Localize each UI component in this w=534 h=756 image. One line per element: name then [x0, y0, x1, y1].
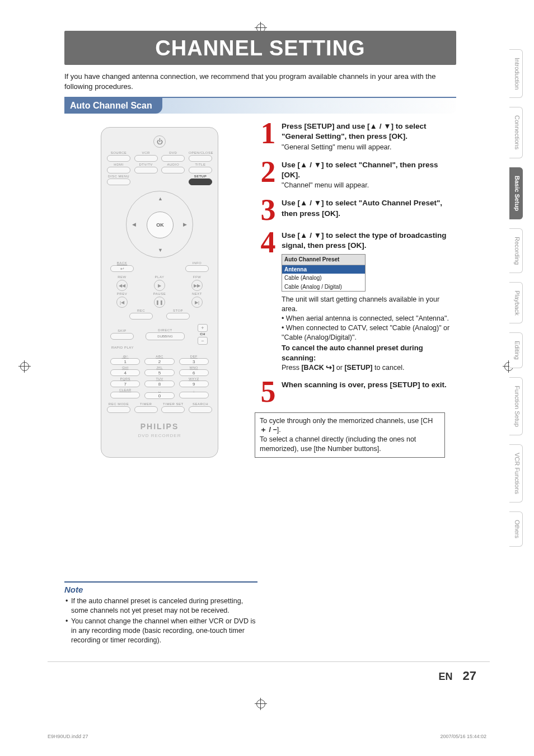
- remote-label: FFW: [185, 275, 209, 279]
- remote-label: PREV: [110, 292, 134, 295]
- numpad-cell: .: [179, 388, 209, 399]
- step-2: 2 Use [▲ / ▼] to select "Channel", then …: [255, 160, 456, 191]
- side-tabs: IntroductionConnectionsBasic SetupRecord…: [509, 49, 523, 547]
- step-subtext: "Channel" menu will appear.: [282, 181, 369, 189]
- power-icon: ⏻: [153, 135, 166, 148]
- remote-label: DVD: [161, 151, 185, 154]
- remote-label: REC: [129, 309, 153, 312]
- side-tab-vcr-functions[interactable]: VCR Functions: [509, 444, 523, 503]
- menu-title: Auto Channel Preset: [282, 255, 365, 265]
- step-subtext: to cancel.: [374, 364, 405, 372]
- note-block: Note If the auto channel preset is cance…: [64, 581, 257, 646]
- numpad-cell: WXYZ9: [179, 377, 209, 387]
- menu-option: Antenna: [282, 265, 365, 274]
- step-bullet: When connected to CATV, select "Cable (A…: [282, 324, 449, 341]
- remote-label: DIRECT: [146, 328, 185, 332]
- page-number: EN 27: [439, 669, 477, 683]
- numpad-cell: PQRS7: [110, 377, 140, 387]
- tips-box: To cycle through only the memorized chan…: [255, 412, 445, 458]
- note-item: You cannot change the channel when eithe…: [64, 617, 257, 645]
- step-bullet: When aerial antenna is connected, select…: [286, 314, 449, 322]
- up-down-arrows-icon: ▲ / ▼: [300, 199, 321, 207]
- menu-option: Cable (Analog): [282, 274, 365, 283]
- step-number: 5: [255, 380, 282, 404]
- setup-button-ref: [SETUP]: [344, 364, 372, 372]
- step-text: Use [: [282, 199, 300, 207]
- remote-label: TITLE: [189, 163, 212, 166]
- page-content: CHANNEL SETTING If you have changed ante…: [48, 31, 490, 700]
- side-tab-editing[interactable]: Editing: [509, 332, 523, 368]
- numpad-cell: .@/:1: [110, 355, 140, 365]
- footer-divider: [48, 661, 490, 662]
- remote-label: PLAY: [148, 275, 171, 279]
- step-3: 3 Use [▲ / ▼] to select "Auto Channel Pr…: [255, 198, 456, 222]
- right-arrow-icon: ▶: [183, 222, 187, 227]
- step-text: Use [: [282, 231, 300, 240]
- step-4: 4 Use [▲ / ▼] to select the type of broa…: [255, 231, 456, 373]
- section-header-label: Auto Channel Scan: [64, 98, 162, 114]
- step-subtext: ]: [332, 364, 334, 372]
- step-subtext: or: [336, 364, 345, 372]
- print-metadata: E9H90UD.indd 27 2007/05/16 15:44:02: [48, 734, 486, 739]
- ok-button: OK: [147, 212, 174, 238]
- brand-subtitle: DVD RECORDER: [107, 433, 212, 438]
- numpad-cell: MNO6: [179, 366, 209, 376]
- step-number: 3: [255, 198, 282, 222]
- remote-numpad: .@/:1ABC2DEF3GHI4JKL5MNO6PQRS7TUV8WXYZ9C…: [107, 355, 212, 399]
- side-tab-playback[interactable]: Playback: [509, 282, 523, 324]
- side-tab-basic-setup[interactable]: Basic Setup: [509, 167, 523, 219]
- side-tab-function-setup[interactable]: Function Setup: [509, 377, 523, 435]
- numpad-cell: ␣0: [144, 388, 174, 399]
- registration-mark-icon: [18, 360, 31, 373]
- step-subtext: The unit will start getting channels ava…: [282, 295, 456, 314]
- remote-label: SOURCE: [107, 151, 130, 154]
- remote-dubbing: DUBBING: [146, 332, 185, 340]
- remote-label: SEARCH: [189, 402, 212, 406]
- step-number: 1: [255, 121, 282, 145]
- page-title: CHANNEL SETTING: [64, 31, 456, 65]
- side-tab-others[interactable]: Others: [509, 511, 523, 547]
- auto-channel-preset-menu: Auto Channel Preset AntennaCable (Analog…: [282, 254, 366, 292]
- numpad-cell: GHI4: [110, 366, 140, 376]
- note-item: If the auto channel preset is canceled d…: [64, 597, 257, 616]
- step-subtext: Press: [282, 364, 301, 372]
- ch-button-ref: [CH: [421, 417, 433, 425]
- remote-label: STOP: [166, 309, 190, 312]
- numpad-cell: JKL5: [144, 366, 174, 376]
- intro-paragraph: If you have changed antenna connection, …: [64, 72, 445, 91]
- step-number: 2: [255, 160, 282, 184]
- numpad-cell: DEF3: [179, 355, 209, 365]
- step-text: Use [: [282, 161, 300, 169]
- remote-label: TIMER SET: [161, 402, 185, 406]
- note-heading: Note: [64, 585, 257, 594]
- remote-label: HDMI: [107, 163, 130, 166]
- number-buttons-ref: [the Number buttons]: [314, 445, 380, 453]
- side-tab-introduction[interactable]: Introduction: [509, 49, 523, 98]
- remote-setup-label: SETUP: [189, 175, 212, 178]
- cancel-heading: To cancel the auto channel preset during…: [282, 343, 456, 363]
- tips-text: To cycle through only the memorized chan…: [260, 417, 421, 425]
- down-arrow-icon: ▼: [158, 247, 163, 253]
- remote-label: TIMER: [134, 402, 158, 406]
- remote-label: DTV/TV: [134, 163, 158, 166]
- remote-label: NEXT: [185, 292, 209, 295]
- up-down-arrows-icon: ▲ / ▼: [300, 231, 321, 240]
- remote-label: REC MODE: [107, 402, 130, 406]
- page-lang: EN: [439, 671, 453, 683]
- print-timestamp: 2007/05/16 15:44:02: [440, 734, 486, 739]
- up-down-arrows-icon: ▲ / ▼: [370, 122, 391, 130]
- remote-label: OPEN/CLOSE: [189, 151, 212, 154]
- remote-label: RAPID PLAY: [111, 346, 212, 349]
- side-tab-recording[interactable]: Recording: [509, 228, 523, 273]
- remote-illustration: ⏻ SOURCE VCR DVD OPEN/CLOSE HDMI DTV/TV …: [101, 127, 218, 458]
- menu-option: Cable (Analog / Digital): [282, 283, 365, 292]
- tips-text: .: [279, 426, 280, 434]
- back-button-ref: [BACK: [301, 364, 326, 372]
- remote-label: VCR: [134, 151, 158, 154]
- numpad-cell: CLEAR: [110, 388, 140, 399]
- up-down-arrows-icon: ▲ / ▼: [300, 161, 321, 169]
- brand-logo: PHILIPS: [107, 422, 212, 431]
- numpad-cell: ABC2: [144, 355, 174, 365]
- remote-label: AUDIO: [161, 163, 185, 166]
- side-tab-connections[interactable]: Connections: [509, 107, 523, 158]
